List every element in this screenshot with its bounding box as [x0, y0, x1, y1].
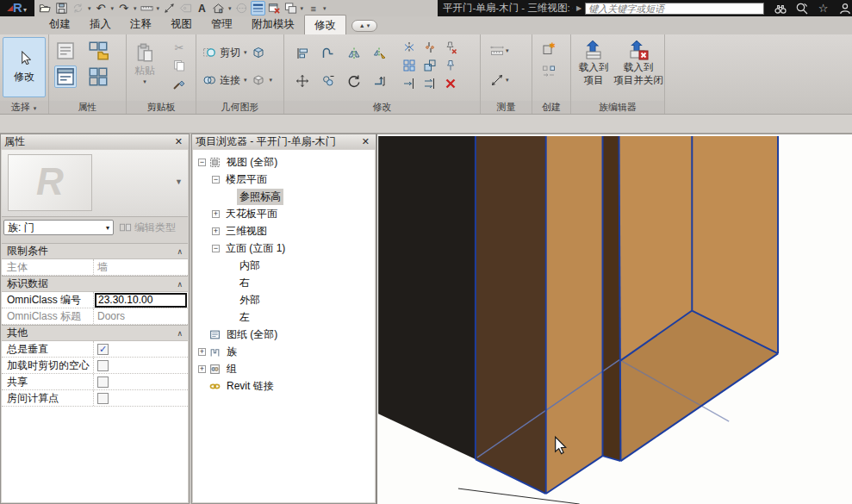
match-type-icon[interactable]: [171, 76, 187, 91]
sign-in-icon[interactable]: [837, 1, 852, 16]
expand-icon[interactable]: +: [212, 227, 220, 235]
omniclass-number-input[interactable]: [95, 293, 187, 308]
delete-icon[interactable]: [443, 76, 458, 91]
search-binoculars-icon[interactable]: [773, 1, 787, 16]
tree-item-外部[interactable]: 外部: [193, 291, 375, 308]
cut-dropdown-icon[interactable]: ▾: [244, 49, 247, 56]
load-into-project-button[interactable]: 载入到 项目: [575, 39, 613, 87]
type-selector-dropdown[interactable]: 族: 门 ▾: [3, 220, 114, 235]
panel-select-label[interactable]: 选择 ▾: [0, 101, 48, 114]
expand-icon[interactable]: +: [198, 348, 206, 356]
geometry-cut-icon[interactable]: [202, 45, 217, 60]
offset-icon[interactable]: [320, 46, 336, 61]
property-section-header[interactable]: 标识数据∧: [2, 276, 188, 292]
revit-app-button[interactable]: ◢R▾: [0, 0, 34, 16]
tree-item-楼层平面[interactable]: −楼层平面: [193, 171, 375, 188]
create-group-icon[interactable]: ✱: [541, 41, 557, 57]
tree-item-左[interactable]: 左: [193, 308, 375, 326]
sync-icon[interactable]: [71, 1, 85, 16]
split-with-gap-icon[interactable]: [422, 40, 438, 55]
paste-icon[interactable]: [134, 41, 156, 64]
solid-forms-icon[interactable]: [251, 72, 266, 88]
customize-qat-dropdown-icon[interactable]: ▾: [323, 5, 326, 12]
paste-dropdown-icon[interactable]: ▾: [143, 78, 146, 85]
cut-clipboard-icon[interactable]: ✂: [171, 40, 187, 55]
trim-extend-corner-icon[interactable]: [372, 73, 388, 89]
ribbon-display-toggle[interactable]: ▲ ▾: [351, 20, 377, 32]
property-section-header[interactable]: 其他∧: [2, 325, 188, 341]
undo-dropdown-icon[interactable]: ▾: [111, 5, 115, 12]
copy-clipboard-icon[interactable]: [171, 58, 187, 73]
split-element-icon[interactable]: [401, 40, 417, 55]
void-forms-icon[interactable]: [251, 45, 266, 60]
properties-close-icon[interactable]: ✕: [172, 136, 185, 147]
join-geometry-label[interactable]: 连接: [220, 73, 240, 88]
join-geometry-icon[interactable]: [202, 72, 217, 88]
trim-extend-single-icon[interactable]: [401, 76, 417, 91]
tree-item-天花板平面[interactable]: +天花板平面: [193, 205, 375, 222]
modify-select-button[interactable]: 修改: [3, 37, 46, 97]
mirror-draw-axis-icon[interactable]: [372, 46, 388, 61]
tree-item-右[interactable]: 右: [193, 274, 375, 291]
load-into-project-close-button[interactable]: 载入到 项目并关闭: [613, 39, 664, 87]
family-connectors-icon[interactable]: [87, 65, 109, 88]
property-checkbox[interactable]: [97, 393, 109, 404]
switch-windows-icon[interactable]: [283, 1, 298, 16]
drawing-area[interactable]: [376, 134, 852, 504]
collapse-icon[interactable]: −: [212, 245, 220, 252]
property-checkbox[interactable]: [97, 376, 109, 388]
redo-dropdown-icon[interactable]: ▾: [134, 5, 137, 12]
mirror-pick-axis-icon[interactable]: [346, 46, 362, 61]
communication-center-icon[interactable]: [794, 1, 809, 16]
tab-管理[interactable]: 管理: [202, 15, 242, 34]
tab-修改[interactable]: 修改: [304, 15, 346, 34]
preview-dropdown-icon[interactable]: ▼: [175, 177, 183, 186]
text-icon[interactable]: A: [195, 1, 209, 16]
tab-插入[interactable]: 插入: [80, 15, 121, 34]
trim-extend-multiple-icon[interactable]: [422, 76, 438, 91]
measure-icon[interactable]: [140, 1, 154, 16]
tree-item-Revit 链接[interactable]: Revit 链接: [193, 377, 375, 395]
default-3d-view-icon[interactable]: [211, 1, 226, 16]
paste-label[interactable]: 粘贴: [134, 64, 155, 78]
measure-ruler-dropdown-icon[interactable]: ▾: [506, 47, 509, 54]
array-icon[interactable]: [401, 58, 417, 73]
aligned-dimension-icon[interactable]: [162, 1, 177, 16]
collapse-icon[interactable]: −: [212, 176, 220, 184]
redo-icon[interactable]: ↷: [116, 1, 131, 16]
tree-item-内部[interactable]: 内部: [193, 257, 375, 274]
tab-注释[interactable]: 注释: [121, 15, 161, 34]
tab-创建[interactable]: 创建: [40, 15, 80, 34]
control-icon[interactable]: [541, 64, 557, 79]
door-geometry[interactable]: [378, 136, 778, 504]
scale-icon[interactable]: [422, 58, 438, 73]
align-icon[interactable]: [295, 46, 310, 61]
collapse-icon[interactable]: −: [198, 159, 206, 166]
measure-line-dropdown-icon[interactable]: ▾: [506, 77, 509, 84]
join-dropdown-icon[interactable]: ▾: [244, 77, 247, 84]
pin-icon[interactable]: [443, 58, 458, 73]
property-checkbox[interactable]: [97, 360, 109, 371]
copy-icon[interactable]: [320, 73, 336, 89]
tree-item-图纸 (全部)[interactable]: 图纸 (全部): [193, 326, 375, 343]
search-input[interactable]: [585, 3, 764, 15]
measure-dropdown-icon[interactable]: ▾: [157, 5, 160, 12]
edit-type-button[interactable]: 编辑类型: [119, 221, 176, 235]
tree-item-参照标高[interactable]: 参照标高: [193, 188, 375, 205]
sync-dropdown-icon[interactable]: ▾: [88, 5, 91, 12]
undo-icon[interactable]: ↶: [94, 1, 109, 16]
project-browser-close-icon[interactable]: ✕: [359, 136, 372, 147]
open-icon[interactable]: [38, 1, 53, 16]
tree-item-三维视图[interactable]: +三维视图: [193, 222, 375, 240]
measure-ruler-icon[interactable]: [489, 43, 505, 59]
property-value[interactable]: 墙: [94, 259, 188, 275]
family-types-icon[interactable]: [54, 40, 77, 62]
view3d-dropdown-icon[interactable]: ▾: [228, 5, 232, 12]
tab-附加模块[interactable]: 附加模块: [242, 15, 304, 34]
measure-between-refs-icon[interactable]: [489, 72, 505, 88]
section-icon[interactable]: [234, 1, 249, 16]
tree-item-立面 (立面 1)[interactable]: −立面 (立面 1): [193, 240, 375, 257]
move-icon[interactable]: [295, 73, 310, 89]
tag-icon[interactable]: [178, 1, 193, 16]
favorites-star-icon[interactable]: ☆: [816, 1, 830, 16]
